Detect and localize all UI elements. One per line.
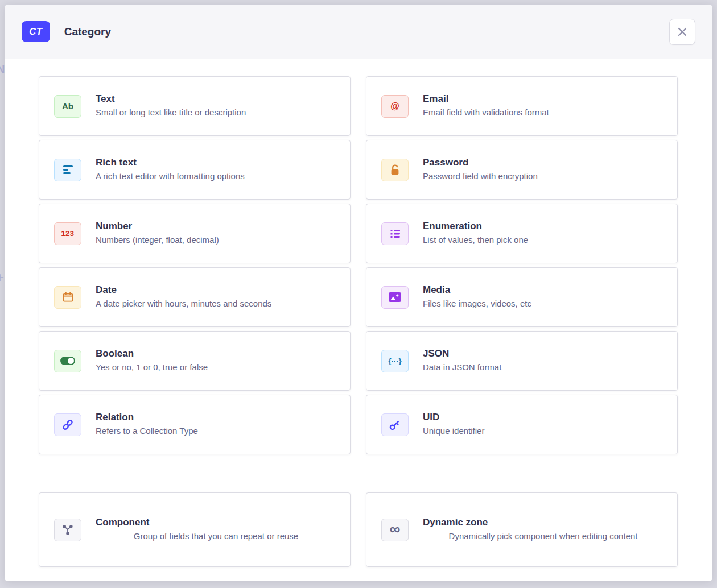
modal-title: Category xyxy=(64,26,111,38)
field-card-relation[interactable]: Relation Refers to a Collection Type xyxy=(39,395,351,454)
field-description: Numbers (integer, float, decimal) xyxy=(96,234,336,246)
field-title: UID xyxy=(423,412,664,423)
field-card-uid[interactable]: UID Unique identifier xyxy=(366,395,678,454)
close-button[interactable] xyxy=(669,19,695,45)
field-card-component[interactable]: Component Group of fields that you can r… xyxy=(39,492,351,567)
default-fields-grid: Ab Text Small or long text like title or… xyxy=(39,76,678,454)
field-description: Refers to a Collection Type xyxy=(96,425,336,437)
field-card-enumeration[interactable]: Enumeration List of values, then pick on… xyxy=(366,204,678,263)
field-card-email[interactable]: @ Email Email field with validations for… xyxy=(366,76,678,136)
field-title: JSON xyxy=(423,348,664,359)
component-nodes-icon xyxy=(54,519,81,541)
field-description: Data in JSON format xyxy=(423,362,664,373)
modal-header: CT Category xyxy=(5,5,712,59)
field-description: Email field with validations format xyxy=(423,107,664,118)
field-title: Dynamic zone xyxy=(423,517,664,528)
open-lock-icon xyxy=(381,159,409,181)
field-title: Date xyxy=(96,284,336,296)
field-card-rich-text[interactable]: Rich text A rich text editor with format… xyxy=(39,140,351,200)
field-description: Files like images, videos, etc xyxy=(423,298,664,309)
field-title: Number xyxy=(96,221,336,232)
curly-braces-icon: {···} xyxy=(381,350,409,372)
field-card-dynamic-zone[interactable]: ∞ Dynamic zone Dynamically pick componen… xyxy=(366,492,678,567)
field-card-number[interactable]: 123 Number Numbers (integer, float, deci… xyxy=(39,204,351,263)
at-sign-icon: @ xyxy=(381,95,409,118)
field-title: Media xyxy=(423,284,664,296)
field-description: Yes or no, 1 or 0, true or false xyxy=(96,362,336,373)
field-title: Email xyxy=(423,93,664,105)
collection-type-badge: CT xyxy=(22,21,50,42)
field-description: Group of fields that you can repeat or r… xyxy=(108,531,324,542)
field-card-text[interactable]: Ab Text Small or long text like title or… xyxy=(39,76,351,136)
toggle-icon xyxy=(54,350,81,372)
infinity-icon: ∞ xyxy=(381,519,409,541)
field-title: Rich text xyxy=(96,157,336,168)
numbers-icon: 123 xyxy=(54,222,81,245)
field-title: Text xyxy=(96,93,336,105)
text-ab-icon: Ab xyxy=(54,95,81,118)
field-description: Dynamically pick component when editing … xyxy=(435,531,652,542)
field-title: Enumeration xyxy=(423,221,664,232)
align-left-icon xyxy=(54,159,81,181)
field-type-list: Ab Text Small or long text like title or… xyxy=(5,59,712,581)
field-description: A rich text editor with formatting optio… xyxy=(96,171,336,182)
field-card-date[interactable]: Date A date picker with hours, minutes a… xyxy=(39,267,351,327)
picture-icon xyxy=(381,286,409,309)
close-icon xyxy=(676,26,689,38)
field-description: A date picker with hours, minutes and se… xyxy=(96,298,336,309)
field-description: Small or long text like title or descrip… xyxy=(96,107,336,118)
field-description: Unique identifier xyxy=(423,425,664,437)
field-card-password[interactable]: Password Password field with encryption xyxy=(366,140,678,200)
advanced-fields-grid: Component Group of fields that you can r… xyxy=(39,492,678,567)
field-card-boolean[interactable]: Boolean Yes or no, 1 or 0, true or false xyxy=(39,331,351,391)
background-page-text: + xyxy=(0,270,4,285)
field-description: List of values, then pick one xyxy=(423,234,664,246)
chain-link-icon xyxy=(54,413,81,436)
field-title: Password xyxy=(423,157,664,168)
calendar-icon xyxy=(54,286,81,309)
field-title: Boolean xyxy=(96,348,336,359)
key-icon xyxy=(381,413,409,436)
field-title: Relation xyxy=(96,412,336,423)
field-title: Component xyxy=(96,517,336,528)
select-field-type-modal: CT Category Ab Text Small or long text l… xyxy=(5,5,712,581)
field-card-media[interactable]: Media Files like images, videos, etc xyxy=(366,267,678,327)
bullet-list-icon xyxy=(381,222,409,245)
field-card-json[interactable]: {···} JSON Data in JSON format xyxy=(366,331,678,391)
field-description: Password field with encryption xyxy=(423,171,664,182)
